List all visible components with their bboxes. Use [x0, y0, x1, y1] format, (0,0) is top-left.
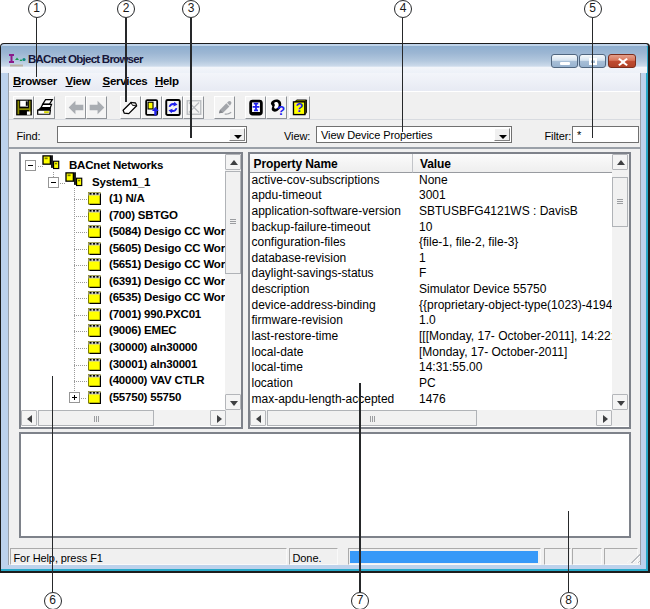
svg-text:?: ? — [295, 100, 303, 115]
svg-text:?: ? — [277, 103, 285, 116]
